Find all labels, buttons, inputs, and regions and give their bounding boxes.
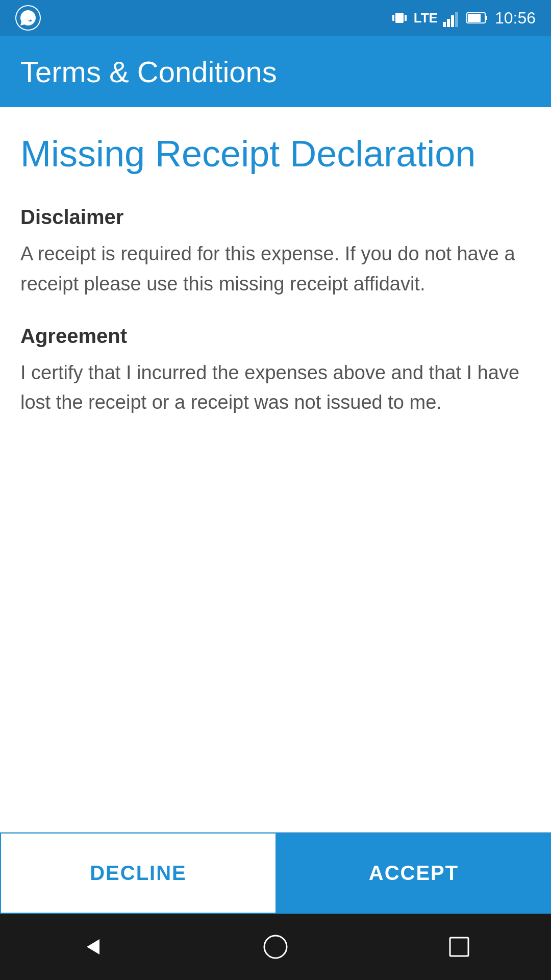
- home-icon: [263, 934, 288, 960]
- recent-button[interactable]: [439, 926, 480, 967]
- back-icon: [79, 934, 105, 960]
- bottom-buttons: DECLINE ACCEPT: [0, 832, 551, 914]
- back-button[interactable]: [71, 926, 112, 967]
- app-bar: Terms & Conditions: [0, 36, 551, 107]
- svg-rect-3: [405, 15, 407, 21]
- svg-marker-11: [87, 939, 99, 954]
- status-bar: LTE 10:56: [0, 0, 551, 36]
- decline-button[interactable]: DECLINE: [0, 832, 277, 914]
- nav-bar: [0, 914, 551, 980]
- agreement-body: I certify that I incurred the expenses a…: [20, 358, 531, 418]
- svg-rect-9: [468, 14, 481, 22]
- vibrate-icon: [390, 9, 409, 27]
- svg-rect-1: [395, 13, 404, 23]
- accept-button[interactable]: ACCEPT: [277, 832, 551, 914]
- status-bar-left: [15, 5, 41, 31]
- disclaimer-heading: Disclaimer: [20, 206, 531, 229]
- signal-icon: [443, 9, 461, 27]
- disclaimer-body: A receipt is required for this expense. …: [20, 239, 531, 299]
- svg-rect-13: [450, 938, 468, 956]
- home-button[interactable]: [255, 926, 296, 967]
- svg-point-12: [264, 936, 287, 958]
- lte-label: LTE: [414, 10, 438, 26]
- main-content: Missing Receipt Declaration Disclaimer A…: [0, 107, 551, 832]
- svg-rect-5: [447, 19, 450, 27]
- battery-icon: [466, 11, 488, 24]
- svg-rect-7: [455, 12, 458, 27]
- app-bar-title: Terms & Conditions: [20, 55, 277, 89]
- page-title: Missing Receipt Declaration: [20, 133, 531, 175]
- svg-rect-10: [486, 16, 487, 20]
- status-icons: LTE: [390, 9, 488, 27]
- recent-icon: [448, 936, 470, 958]
- agreement-heading: Agreement: [20, 325, 531, 348]
- svg-rect-6: [451, 15, 454, 27]
- svg-rect-2: [392, 15, 394, 21]
- whatsapp-icon: [15, 5, 41, 31]
- status-time: 10:56: [495, 9, 536, 28]
- agreement-section: Agreement I certify that I incurred the …: [20, 325, 531, 418]
- status-bar-right: LTE 10:56: [390, 9, 536, 28]
- svg-rect-4: [443, 22, 446, 27]
- disclaimer-section: Disclaimer A receipt is required for thi…: [20, 206, 531, 299]
